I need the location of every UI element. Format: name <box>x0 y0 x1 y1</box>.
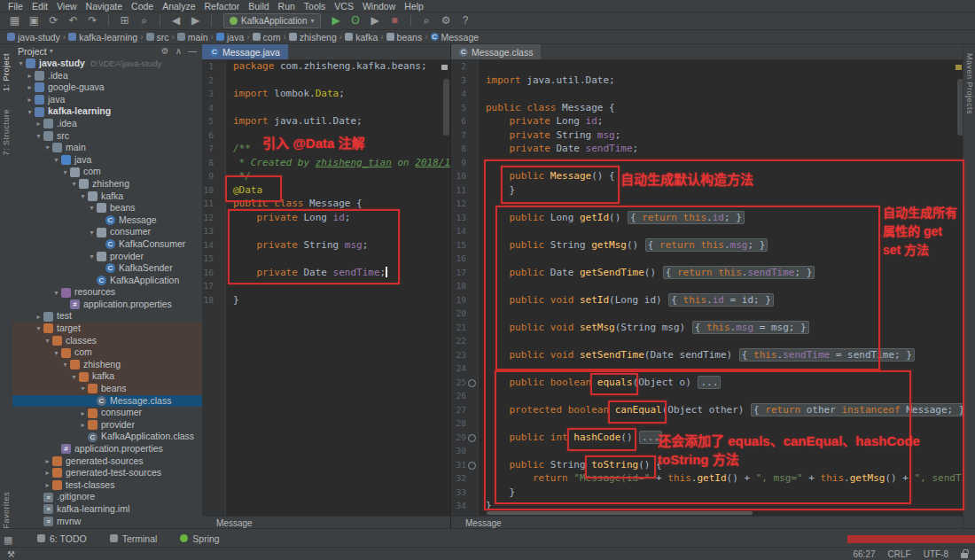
tree-expand-arrow[interactable]: ▾ <box>87 253 97 261</box>
tree-item-java[interactable]: ▾java <box>12 154 202 167</box>
tree-item-generated-test-sources[interactable]: ▸generated-test-sources <box>12 467 202 479</box>
tool-strip-1-project[interactable]: 1: Project <box>2 53 11 91</box>
tree-item-google-guava[interactable]: ▸google-guava <box>12 82 202 94</box>
tree-expand-arrow[interactable]: ▾ <box>51 349 61 357</box>
tree-expand-arrow[interactable]: ▾ <box>60 168 70 176</box>
tool-strip-7-structure[interactable]: 7: Structure <box>2 109 11 156</box>
horizontal-scrollbar-thumb[interactable] <box>487 511 753 515</box>
tree-expand-arrow[interactable]: ▸ <box>78 421 88 429</box>
tree-item-consumer[interactable]: ▸consumer <box>12 407 202 419</box>
tree-expand-arrow[interactable]: ▾ <box>34 132 43 140</box>
help-icon[interactable]: ? <box>458 13 473 28</box>
override-marker-icon[interactable] <box>468 462 476 470</box>
override-marker-icon[interactable] <box>468 379 476 387</box>
tree-item-message[interactable]: Message <box>12 214 202 227</box>
tree-item-application.properties[interactable]: application.properties <box>12 299 202 311</box>
tree-item-message.class[interactable]: Message.class <box>12 395 202 408</box>
tree-item-test[interactable]: ▸test <box>12 310 202 323</box>
breadcrumb-item-zhisheng[interactable]: zhisheng <box>289 32 337 43</box>
tree-expand-arrow[interactable]: ▸ <box>25 72 35 80</box>
tree-expand-arrow[interactable]: ▾ <box>43 337 52 345</box>
menu-view[interactable]: View <box>52 1 82 12</box>
tree-item-kafkaconsumer[interactable]: KafkaConsumer <box>12 238 202 251</box>
tree-expand-arrow[interactable]: ▾ <box>60 361 70 369</box>
tree-expand-arrow[interactable]: ▾ <box>78 192 88 200</box>
editor-right-code-area[interactable]: import java.util.Date;public class Messa… <box>479 59 964 517</box>
folded-region[interactable]: ... <box>639 431 662 444</box>
menu-refactor[interactable]: Refactor <box>200 1 245 12</box>
editor-left-code-area[interactable]: package com.zhisheng.kafka.beans;import … <box>226 59 450 517</box>
tool-window-button-terminal[interactable]: Terminal <box>110 533 158 544</box>
tree-item-com[interactable]: ▾com <box>12 166 202 178</box>
tab-message-class[interactable]: Message.class <box>451 44 541 59</box>
tree-item-consumer[interactable]: ▾consumer <box>12 226 202 238</box>
tree-expand-arrow[interactable]: ▸ <box>43 481 52 489</box>
stop-icon[interactable]: ■ <box>387 13 402 28</box>
menu-help[interactable]: Help <box>400 1 428 12</box>
tool-window-button-spring[interactable]: Spring <box>180 533 219 544</box>
tree-item-kafkaapplication.class[interactable]: KafkaApplication.class <box>12 431 202 443</box>
run-config-select[interactable]: KafkaApplication▾ <box>223 13 321 28</box>
coverage-icon[interactable]: ▶ <box>368 13 383 28</box>
folded-region[interactable]: { return this.id; } <box>628 211 745 224</box>
tree-item-kafkaapplication[interactable]: KafkaApplication <box>12 275 202 287</box>
hide-panel-icon[interactable]: — <box>188 46 197 56</box>
search-everywhere-icon[interactable]: ⌕ <box>419 13 434 28</box>
folded-region[interactable]: { return this.msg; } <box>645 238 768 252</box>
scrollbar-thumb[interactable] <box>443 79 449 136</box>
forward-icon[interactable]: ▶ <box>188 13 203 28</box>
tree-item-zhisheng[interactable]: ▾zhisheng <box>12 178 202 191</box>
tree-expand-arrow[interactable]: ▸ <box>43 469 52 477</box>
settings-gear-icon[interactable]: ⚙ <box>439 13 454 28</box>
folded-region[interactable]: { this.id = id; } <box>668 293 774 307</box>
tree-expand-arrow[interactable]: ▾ <box>51 289 61 297</box>
folded-region[interactable]: { return this.sendTime; } <box>663 266 815 279</box>
chevron-down-icon[interactable]: ▾ <box>50 47 53 55</box>
tab-message-java[interactable]: Message.java <box>202 44 288 59</box>
paste-icon[interactable]: ⊞ <box>117 13 132 28</box>
tree-item-provider[interactable]: ▸provider <box>12 419 202 432</box>
undo-icon[interactable]: ↶ <box>66 13 81 28</box>
tree-item-.gitignore[interactable]: .gitignore <box>12 491 202 503</box>
tree-item-kafka-learning[interactable]: ▾kafka-learning <box>12 105 202 118</box>
menu-code[interactable]: Code <box>127 1 158 12</box>
breadcrumb-item-java-study[interactable]: java-study <box>7 32 60 43</box>
tree-expand-arrow[interactable]: ▾ <box>87 204 97 212</box>
menu-window[interactable]: Window <box>358 1 400 12</box>
folded-region[interactable]: { return other instanceof Message; } <box>751 403 964 416</box>
breadcrumb-item-message[interactable]: Message <box>431 32 480 43</box>
tree-item-kafka-learning.iml[interactable]: kafka-learning.iml <box>12 503 202 516</box>
tree-item-provider[interactable]: ▾provider <box>12 251 202 263</box>
tree-item-generated-sources[interactable]: ▸generated-sources <box>12 455 202 468</box>
lock-icon[interactable] <box>961 553 968 558</box>
tree-item-target[interactable]: ▾target <box>12 323 202 335</box>
collapse-all-icon[interactable]: ∧ <box>176 46 182 56</box>
caret-position[interactable]: 66:27 <box>854 549 876 559</box>
open-folder-icon[interactable]: ▦ <box>7 13 22 28</box>
tool-window-switcher-icon[interactable]: ▦ <box>4 534 12 546</box>
tree-item-kafka[interactable]: ▾kafka <box>12 370 202 383</box>
tree-item-kafkasender[interactable]: KafkaSender <box>12 262 202 275</box>
tree-expand-arrow[interactable]: ▾ <box>78 385 88 393</box>
project-panel-title[interactable]: Project <box>18 46 47 57</box>
breadcrumb-item-main[interactable]: main <box>177 32 208 43</box>
tree-item-.idea[interactable]: ▸.idea <box>12 70 202 82</box>
folded-region[interactable]: { this.sendTime = sendTime; } <box>739 348 915 362</box>
menu-vcs[interactable]: VCS <box>330 1 358 12</box>
tree-expand-arrow[interactable]: ▾ <box>16 59 26 67</box>
redo-icon[interactable]: ↷ <box>85 13 100 28</box>
run-icon[interactable]: ▶ <box>329 13 344 28</box>
tree-item-.idea[interactable]: ▸.idea <box>12 118 202 130</box>
settings-gear-icon[interactable]: ⚙ <box>161 46 169 56</box>
breadcrumb-item-kafka-learning[interactable]: kafka-learning <box>68 32 137 43</box>
tree-item-beans[interactable]: ▾beans <box>12 383 202 395</box>
tree-expand-arrow[interactable]: ▾ <box>43 144 52 152</box>
tree-expand-arrow[interactable]: ▸ <box>25 83 35 91</box>
save-all-icon[interactable]: ▣ <box>27 13 42 28</box>
tree-expand-arrow[interactable]: ▾ <box>34 324 43 332</box>
breadcrumb-item-beans[interactable]: beans <box>386 32 423 43</box>
find-icon[interactable]: ⌕ <box>136 13 152 28</box>
tree-item-test-classes[interactable]: ▸test-classes <box>12 479 202 492</box>
tree-item-src[interactable]: ▾src <box>12 130 202 143</box>
back-icon[interactable]: ◀ <box>168 13 183 28</box>
